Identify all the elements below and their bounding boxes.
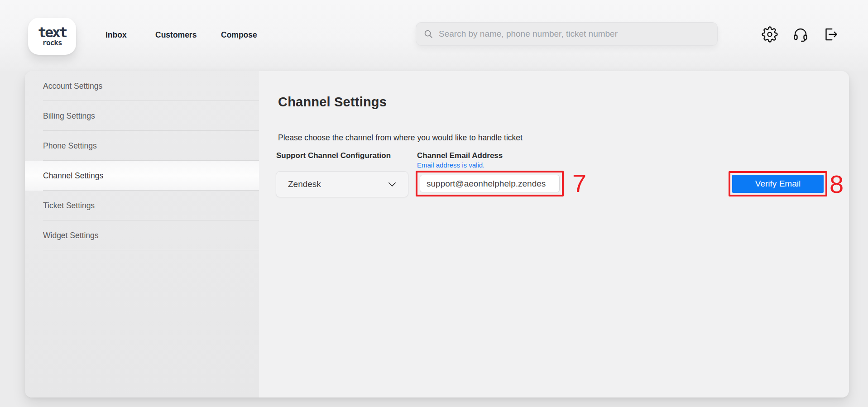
annotation-box-verify: Verify Email	[729, 171, 827, 196]
channel-select[interactable]: Zendesk	[276, 171, 408, 197]
nav-item-customers[interactable]: Customers	[155, 30, 197, 40]
channel-email-input[interactable]	[420, 175, 560, 192]
annotation-box-email	[416, 171, 564, 196]
support-channel-config-label: Support Channel Configuration	[276, 151, 391, 160]
search-input[interactable]	[439, 29, 710, 39]
channel-settings-panel: Channel Settings Please choose the chann…	[259, 71, 849, 397]
sidebar-item-ticket-settings[interactable]: Ticket Settings	[25, 191, 259, 220]
sidebar-item-phone-settings[interactable]: Phone Settings	[25, 131, 259, 161]
logout-icon[interactable]	[822, 25, 840, 43]
sidebar-item-label: Widget Settings	[43, 231, 99, 240]
sidebar-item-label: Account Settings	[43, 81, 102, 91]
sidebar-item-label: Billing Settings	[43, 111, 95, 121]
page-subtitle: Please choose the channel from where you…	[278, 133, 523, 143]
nav-item-compose[interactable]: Compose	[221, 30, 257, 40]
brand-logo-subtext: rocks	[42, 39, 62, 47]
global-search	[416, 22, 718, 46]
settings-card: Account Settings Billing Settings Phone …	[25, 71, 849, 397]
sidebar-item-channel-settings[interactable]: Channel Settings	[25, 161, 259, 191]
sidebar-item-billing-settings[interactable]: Billing Settings	[25, 101, 259, 131]
search-icon	[423, 29, 433, 39]
brand-logo[interactable]: text rocks	[28, 18, 76, 55]
settings-gear-icon[interactable]	[761, 25, 779, 43]
nav-item-inbox[interactable]: Inbox	[106, 30, 127, 40]
channel-email-label: Channel Email Address	[417, 151, 503, 160]
sidebar-item-account-settings[interactable]: Account Settings	[25, 71, 259, 101]
sidebar-item-label: Channel Settings	[43, 171, 103, 181]
sidebar-item-widget-settings[interactable]: Widget Settings	[25, 220, 259, 250]
annotation-number-7: 7	[572, 171, 586, 196]
email-validation-message: Email address is valid.	[417, 161, 484, 169]
chevron-down-icon	[386, 178, 398, 190]
page-title: Channel Settings	[278, 95, 387, 110]
annotation-number-8: 8	[830, 172, 844, 197]
support-headset-icon[interactable]	[791, 25, 810, 43]
channel-select-value: Zendesk	[288, 179, 321, 189]
sidebar-item-label: Ticket Settings	[43, 201, 95, 211]
brand-logo-text: text	[38, 25, 67, 39]
top-header: text rocks Inbox Customers Compose	[0, 0, 868, 71]
verify-email-button[interactable]: Verify Email	[732, 175, 824, 193]
sidebar-item-label: Phone Settings	[43, 141, 97, 151]
settings-sidebar: Account Settings Billing Settings Phone …	[25, 71, 259, 397]
